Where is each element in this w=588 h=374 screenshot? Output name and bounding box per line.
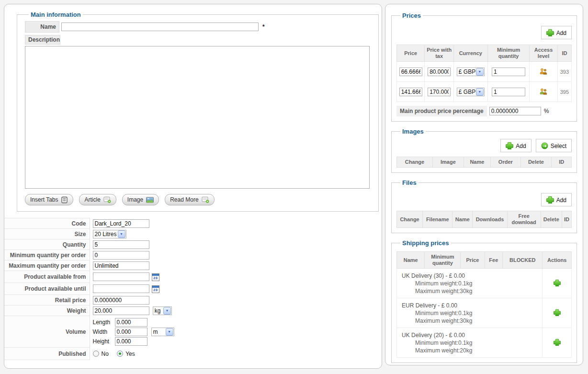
add-image-button[interactable]: Add [500, 139, 531, 152]
weight-label: Weight [4, 306, 90, 316]
length-input[interactable] [115, 318, 147, 327]
max-quantity-label: Maximum quantity per order [4, 261, 90, 271]
price-id: 395 [557, 82, 571, 102]
images-legend: Images [400, 128, 426, 135]
price-input[interactable] [399, 68, 422, 76]
min-quantity-label: Minimum quantity per order [4, 250, 90, 261]
prices-legend: Prices [400, 12, 423, 19]
available-until-input[interactable] [93, 284, 149, 293]
add-file-label: Add [556, 197, 566, 204]
add-shipping-plus-icon[interactable] [554, 339, 561, 346]
code-row: Code [4, 218, 174, 229]
published-yes-radio[interactable] [117, 351, 123, 357]
main-information-legend: Main information [29, 11, 83, 18]
read-more-button[interactable]: Read More [165, 194, 214, 205]
volume-unit-value: m [152, 329, 165, 335]
col-filename: Filename [423, 211, 452, 228]
shipping-max-weight: Maximum weight:20kg [398, 347, 541, 354]
col-downloads: Downloads [473, 211, 507, 228]
add-plus-icon [546, 196, 554, 204]
currency-select[interactable]: £ GBP ▼ [457, 68, 485, 76]
select-image-label: Select [551, 143, 566, 149]
retail-price-input[interactable] [93, 296, 149, 305]
calendar-icon[interactable]: 23 [152, 285, 159, 293]
select-arrow-icon [541, 142, 548, 149]
select-image-button[interactable]: Select [536, 139, 572, 152]
add-shipping-plus-icon[interactable] [554, 279, 561, 286]
size-select[interactable]: 20 Litres ▼ [93, 230, 126, 238]
col-minimum-quantity: Minimum quantity [487, 45, 530, 62]
weight-input[interactable] [93, 306, 149, 315]
price-min-quantity-input[interactable] [492, 88, 525, 96]
currency-select[interactable]: £ GBP ▼ [457, 88, 485, 96]
col-minimum-quantity: Minimum quantity [425, 252, 461, 269]
image-label: Image [127, 196, 143, 203]
available-from-row: Product available from 23 [4, 271, 174, 283]
col-image: Image [433, 157, 464, 168]
calendar-icon-number: 23 [152, 288, 159, 293]
insert-tabs-button[interactable]: Insert Tabs [25, 194, 73, 205]
col-name: Name [464, 157, 490, 168]
retail-price-row: Retail price [4, 295, 174, 306]
code-input[interactable] [93, 219, 149, 228]
files-table: Change Filename Name Downloads Free down… [396, 211, 572, 228]
product-edit-panel: Main information Name * Description Inse… [4, 4, 382, 369]
article-button[interactable]: Article [79, 194, 116, 205]
shipping-name: EUR Delivery - £ 0.00 [398, 301, 541, 309]
currency-value: £ GBP [457, 68, 475, 75]
price-with-tax-input[interactable] [428, 88, 451, 96]
add-price-label: Add [556, 30, 566, 36]
calendar-icon[interactable]: 23 [152, 273, 159, 281]
published-no-radio[interactable] [93, 351, 99, 357]
price-min-quantity-input[interactable] [492, 68, 525, 76]
col-blocked: BLOCKED [503, 252, 543, 269]
main-price-percentage-label: Main product price percentage [396, 106, 487, 116]
dropdown-arrow-icon: ▼ [163, 307, 171, 315]
prices-table: Price Price with tax Currency Minimum qu… [396, 45, 572, 102]
height-input[interactable] [115, 337, 147, 346]
col-currency: Currency [453, 45, 487, 62]
add-price-button[interactable]: Add [541, 26, 572, 39]
shipping-header-row: Name Minimum quantity Price Fee BLOCKED … [397, 252, 572, 269]
shipping-max-weight: Maximum weight:30kg [398, 287, 541, 295]
add-plus-icon [546, 29, 554, 36]
price-input[interactable] [399, 88, 422, 96]
col-delete: Delete [541, 211, 562, 228]
price-with-tax-input[interactable] [428, 68, 451, 76]
col-delete: Delete [520, 157, 552, 168]
files-header-row: Change Filename Name Downloads Free down… [397, 211, 572, 228]
shipping-min-weight: Minimum weight:0.1kg [398, 339, 541, 347]
min-quantity-row: Minimum quantity per order [4, 250, 174, 261]
name-input[interactable] [61, 23, 259, 31]
available-from-input[interactable] [93, 272, 149, 281]
width-input[interactable] [115, 328, 147, 336]
published-row: Published No Yes [4, 348, 174, 360]
col-actions: Actions [543, 252, 572, 269]
access-level-shoppers-icon [539, 68, 548, 75]
size-row: Size 20 Litres ▼ [4, 229, 174, 239]
weight-unit-select[interactable]: kg ▼ [153, 306, 172, 315]
dropdown-arrow-icon: ▼ [118, 230, 125, 238]
volume-unit-select[interactable]: m ▼ [151, 328, 174, 336]
main-price-percentage-input[interactable] [489, 107, 541, 115]
files-section: Files Add Change Filename Name Downloads… [391, 179, 577, 233]
add-shipping-plus-icon[interactable] [554, 309, 561, 316]
quantity-input[interactable] [93, 240, 149, 249]
dropdown-arrow-icon: ▼ [166, 328, 173, 336]
max-quantity-input[interactable] [93, 261, 149, 270]
shipping-min-weight: Minimum weight:0.1kg [398, 280, 541, 287]
published-yes-label: Yes [125, 351, 135, 357]
col-fee: Fee [485, 252, 503, 269]
images-table: Change Image Name Order Delete ID [396, 157, 572, 168]
min-quantity-input[interactable] [93, 251, 149, 260]
calendar-icon-number: 23 [152, 276, 159, 281]
description-label: Description [25, 35, 60, 45]
col-id: ID [562, 211, 571, 228]
image-button[interactable]: Image [122, 194, 159, 205]
image-picture-icon [146, 197, 154, 203]
col-price: Price [397, 45, 425, 62]
access-level-shoppers-icon [539, 88, 548, 95]
description-textarea[interactable] [25, 46, 370, 189]
add-file-button[interactable]: Add [541, 193, 572, 206]
shipping-row: EUR Delivery - £ 0.00 Minimum weight:0.1… [397, 298, 572, 328]
